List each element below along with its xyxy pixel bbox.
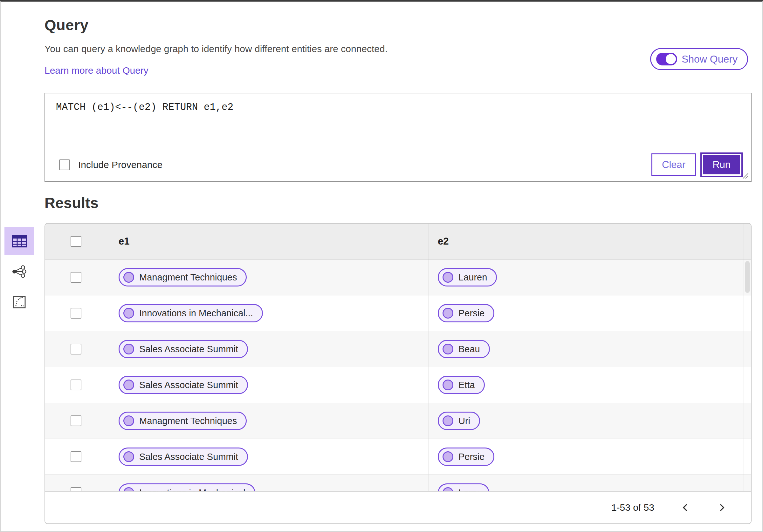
graph-view-icon [12,265,27,278]
entity-circle-icon [443,415,453,426]
entity-label: Managment Techniques [139,416,237,426]
chevron-right-icon [718,502,726,513]
row-checkbox[interactable] [70,344,81,354]
entity-pill-e1[interactable]: Innovations in Mechanical [119,484,255,491]
table-body: Managment Techniques Lauren Innovations … [45,259,751,491]
entity-label: Managment Techniques [139,272,237,283]
select-all-checkbox[interactable] [70,236,81,247]
entity-label: Persie [459,308,485,318]
resize-handle-icon[interactable] [741,172,749,179]
entity-circle-icon [443,487,453,491]
entity-circle-icon [443,344,453,354]
clear-button[interactable]: Clear [651,153,696,176]
show-query-toggle[interactable]: Show Query [650,48,748,70]
row-checkbox[interactable] [70,380,81,390]
include-provenance-checkbox[interactable] [59,159,70,170]
entity-circle-icon [123,451,134,462]
table-row: Innovations in Mechanical Larry [45,475,751,491]
entity-label: Innovations in Mechanical... [139,308,253,318]
table-row: Innovations in Mechanical... Persie [45,295,751,331]
table-view-icon [11,234,28,248]
map-view-icon [13,295,26,309]
entity-label: Etta [459,380,475,390]
row-checkbox[interactable] [70,308,81,318]
entity-circle-icon [123,272,134,283]
entity-pill-e1[interactable]: Sales Associate Summit [119,448,248,466]
pagination-range-label: 1-53 of 53 [611,502,654,513]
entity-pill-e1[interactable]: Sales Associate Summit [119,340,248,358]
row-checkbox[interactable] [70,415,81,426]
table-row: Managment Techniques Uri [45,403,751,439]
entity-label: Larry [459,488,480,492]
entity-circle-icon [123,415,134,426]
query-controls-bar: Include Provenance Clear Run [45,148,751,181]
entity-pill-e1[interactable]: Managment Techniques [119,412,247,430]
entity-pill-e2[interactable]: Uri [438,412,480,430]
include-provenance-label: Include Provenance [78,159,163,170]
entity-pill-e2[interactable]: Persie [438,448,494,466]
page-description: You can query a knowledge graph to ident… [45,44,387,54]
results-title: Results [45,194,99,212]
results-table: e1 e2 Managment Techniques Lauren [45,223,752,524]
entity-pill-e1[interactable]: Innovations in Mechanical... [119,304,263,322]
table-scrollbar[interactable] [745,261,750,293]
entity-pill-e1[interactable]: Managment Techniques [119,268,247,287]
entity-label: Lauren [459,272,487,283]
entity-label: Uri [459,416,470,426]
previous-page-button[interactable] [679,500,691,514]
entity-pill-e2[interactable]: Beau [438,340,490,358]
entity-pill-e2[interactable]: Larry [438,484,489,491]
row-checkbox[interactable] [70,487,81,491]
column-header-e2: e2 [438,236,449,247]
run-button[interactable]: Run [701,152,743,177]
toggle-switch-icon[interactable] [656,53,677,65]
entity-label: Sales Associate Summit [139,452,238,462]
table-row: Sales Associate Summit Persie [45,439,751,475]
entity-pill-e2[interactable]: Persie [438,304,494,322]
entity-circle-icon [123,380,134,390]
entity-label: Beau [459,344,480,354]
entity-circle-icon [443,272,453,283]
entity-circle-icon [443,451,453,462]
chevron-left-icon [681,502,689,513]
next-page-button[interactable] [716,500,728,514]
entity-pill-e2[interactable]: Lauren [438,268,497,287]
results-view-switcher [4,227,34,316]
entity-circle-icon [123,487,134,491]
table-row: Managment Techniques Lauren [45,259,751,295]
entity-pill-e2[interactable]: Etta [438,376,485,394]
table-row: Sales Associate Summit Etta [45,367,751,403]
row-checkbox[interactable] [70,272,81,283]
table-row: Sales Associate Summit Beau [45,331,751,367]
entity-pill-e1[interactable]: Sales Associate Summit [119,376,248,394]
row-checkbox[interactable] [70,451,81,462]
entity-circle-icon [443,308,453,318]
entity-circle-icon [123,344,134,354]
query-panel: MATCH (e1)<--(e2) RETURN e1,e2 Include P… [45,93,752,182]
table-view-button[interactable] [4,227,34,255]
table-header-row: e1 e2 [45,223,751,259]
knowledge-graph-query-page: Query You can query a knowledge graph to… [0,0,763,532]
learn-more-link[interactable]: Learn more about Query [45,65,149,76]
entity-label: Innovations in Mechanical [139,488,246,492]
query-textarea[interactable]: MATCH (e1)<--(e2) RETURN e1,e2 [45,93,751,148]
entity-circle-icon [123,308,134,318]
table-pagination: 1-53 of 53 [45,491,751,523]
entity-label: Sales Associate Summit [139,344,238,354]
page-title: Query [45,16,88,34]
show-query-label: Show Query [682,53,737,65]
entity-label: Sales Associate Summit [139,380,238,390]
map-view-button[interactable] [4,288,34,316]
entity-circle-icon [443,380,453,390]
entity-label: Persie [459,452,485,462]
graph-view-button[interactable] [4,258,34,286]
column-header-e1: e1 [119,236,129,247]
